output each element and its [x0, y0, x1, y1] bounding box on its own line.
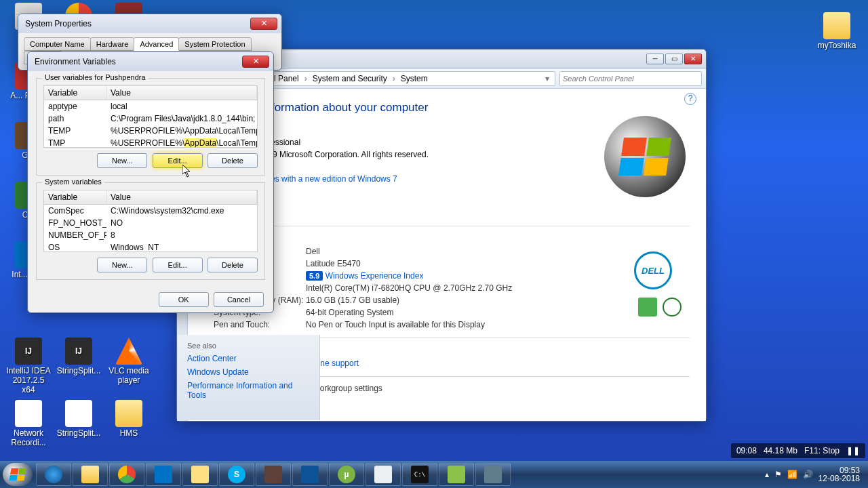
- snipping-icon: [301, 466, 319, 483]
- taskbar-recorder[interactable]: [182, 463, 218, 486]
- flag-icon[interactable]: ⚑: [774, 470, 782, 479]
- vlc-icon: [115, 338, 142, 365]
- list-row: OSWindows_NT: [44, 241, 257, 252]
- minimize-button[interactable]: ─: [646, 54, 664, 64]
- list-row: apptypelocal: [44, 100, 257, 113]
- taskbar-app3[interactable]: [439, 463, 474, 486]
- taskbar-explorer[interactable]: [73, 463, 108, 486]
- ie-icon: [45, 466, 62, 483]
- desktop-icon-string-b[interactable]: StringSplit...: [56, 400, 102, 438]
- network-icon[interactable]: 📶: [787, 470, 797, 479]
- see-also-pane: See also Action Center Windows Update Pe…: [178, 335, 320, 420]
- start-button[interactable]: [3, 463, 33, 486]
- folder-icon: [823, 12, 850, 39]
- ok-button[interactable]: OK: [159, 292, 209, 307]
- skype-icon: S: [228, 466, 245, 483]
- user-variables-list[interactable]: apptypelocal pathC:\Program Files\Java\j…: [43, 100, 258, 148]
- app-icon: [264, 466, 282, 483]
- delete-user-var-button[interactable]: Delete: [208, 153, 258, 168]
- see-also-perfinfo[interactable]: Performance Information and Tools: [187, 381, 310, 400]
- taskbar-skype[interactable]: S: [219, 463, 254, 486]
- tray-up-icon[interactable]: ▴: [765, 470, 769, 479]
- screen-recorder-bar[interactable]: 09:08 44.18 Mb F11: Stop ❚❚: [731, 443, 865, 458]
- edit-sys-var-button[interactable]: Edit...: [153, 258, 203, 272]
- taskbar-snip[interactable]: [292, 463, 328, 486]
- rating-badge: 5.9: [306, 271, 323, 281]
- see-also-action-center[interactable]: Action Center: [187, 354, 310, 363]
- page-heading: View basic information about your comput…: [204, 101, 690, 115]
- user-variables-group: User variables for Pushpendra VariableVa…: [36, 78, 265, 176]
- help-icon[interactable]: ?: [684, 93, 696, 105]
- desktop-icon-netrec[interactable]: Network Recordi...: [5, 400, 52, 447]
- app-icon: [448, 466, 465, 483]
- list-header: VariableValue: [43, 85, 258, 100]
- list-row: pathC:\Program Files\Java\jdk1.8.0_144\b…: [44, 113, 257, 125]
- taskbar-app1[interactable]: [256, 463, 291, 486]
- section-title-system: System: [204, 233, 690, 243]
- new-user-var-button[interactable]: New...: [97, 153, 147, 168]
- see-also-windows-update[interactable]: Windows Update: [187, 367, 310, 377]
- volume-icon[interactable]: 🔊: [803, 470, 813, 479]
- dell-logo-icon: DELL: [634, 251, 672, 289]
- folder-icon: [115, 400, 142, 427]
- app-icon: [374, 466, 392, 483]
- desktop-icon-vlc[interactable]: VLC media player: [106, 338, 152, 385]
- taskbar: S µ C:\ ▴ ⚑ 📶 🔊 09:53 12-08-2018: [0, 461, 868, 488]
- maximize-button[interactable]: ▭: [665, 54, 683, 64]
- close-button[interactable]: ✕: [684, 54, 702, 64]
- close-button[interactable]: ✕: [250, 18, 277, 30]
- app-icon: [484, 466, 502, 483]
- windows-logo-icon: [604, 116, 686, 197]
- search-input[interactable]: [559, 71, 702, 86]
- intellij-icon: IJ: [65, 338, 92, 365]
- cancel-button[interactable]: Cancel: [214, 292, 264, 307]
- chrome-icon: [118, 466, 136, 483]
- outlook-icon: [155, 466, 172, 483]
- titlebar[interactable]: Environment Variables ✕: [28, 52, 273, 71]
- close-button[interactable]: ✕: [242, 56, 269, 68]
- explorer-icon: [81, 466, 99, 483]
- taskbar-outlook[interactable]: [146, 463, 181, 486]
- system-variables-list[interactable]: ComSpecC:\Windows\system32\cmd.exe FP_NO…: [43, 205, 258, 252]
- tab-computer-name[interactable]: Computer Name: [24, 37, 91, 51]
- desktop-icon-string-a[interactable]: IJStringSplit...: [56, 338, 102, 375]
- list-row: ComSpecC:\Windows\system32\cmd.exe: [44, 205, 257, 217]
- recorder-icon: [191, 466, 209, 483]
- list-row: NUMBER_OF_P...8: [44, 229, 257, 241]
- energy-star-icon: [638, 298, 657, 317]
- titlebar[interactable]: System Properties ✕: [18, 14, 281, 33]
- system-variables-group: System variables VariableValue ComSpecC:…: [36, 182, 265, 280]
- desktop-icon-hms[interactable]: HMS: [106, 400, 152, 438]
- tab-advanced[interactable]: Advanced: [134, 37, 179, 51]
- wei-link[interactable]: Windows Experience Index: [326, 271, 424, 281]
- taskbar-app2[interactable]: [366, 463, 401, 486]
- file-icon: [15, 400, 42, 427]
- cmd-icon: C:\: [411, 466, 429, 483]
- system-tray[interactable]: ▴ ⚑ 📶 🔊 09:53 12-08-2018: [765, 466, 865, 483]
- tco-icon: [663, 298, 682, 317]
- environment-variables-dialog: Environment Variables ✕ User variables f…: [27, 52, 274, 313]
- list-row: FP_NO_HOST_C...NO: [44, 217, 257, 229]
- taskbar-ie[interactable]: [36, 463, 71, 486]
- pause-icon[interactable]: ❚❚: [846, 446, 860, 455]
- taskbar-cmd[interactable]: C:\: [402, 463, 437, 486]
- taskbar-chrome[interactable]: [109, 463, 144, 486]
- desktop-icon-intellij[interactable]: IJIntelliJ IDEA 2017.2.5 x64: [5, 338, 52, 394]
- new-sys-var-button[interactable]: New...: [97, 258, 147, 272]
- taskbar-utorrent[interactable]: µ: [329, 463, 364, 486]
- delete-sys-var-button[interactable]: Delete: [208, 258, 258, 272]
- list-row: TMP%USERPROFILE%\AppData\Local\Temp: [44, 137, 257, 148]
- desktop-icon-mytoshika[interactable]: myToshika: [814, 12, 860, 50]
- tab-system-protection[interactable]: System Protection: [178, 37, 251, 51]
- edit-user-var-button[interactable]: Edit...: [153, 153, 203, 168]
- file-icon: [65, 400, 92, 427]
- list-row: TEMP%USERPROFILE%\AppData\Local\Temp: [44, 125, 257, 137]
- list-header: VariableValue: [43, 190, 258, 205]
- intellij-icon: IJ: [15, 338, 42, 365]
- taskbar-app4[interactable]: [475, 463, 511, 486]
- utorrent-icon: µ: [338, 466, 355, 483]
- tab-hardware[interactable]: Hardware: [90, 37, 135, 51]
